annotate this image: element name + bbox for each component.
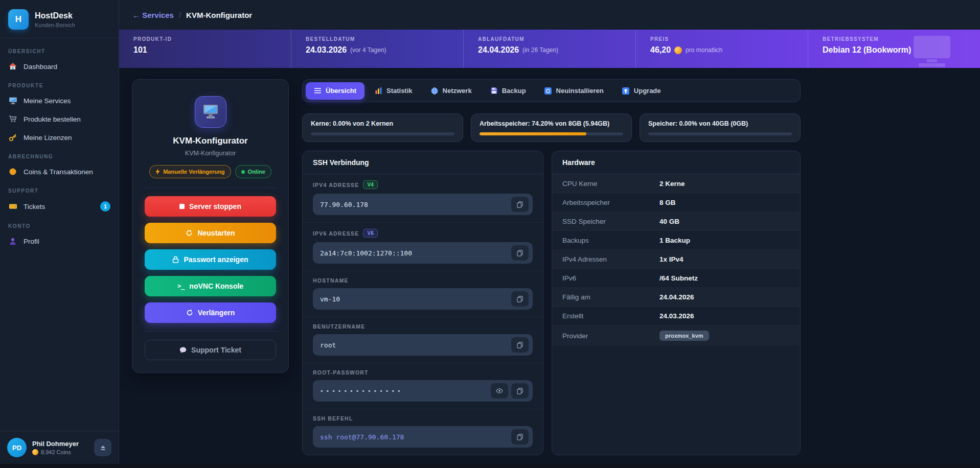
copy-icon [517,434,523,440]
sidebar-item-profil[interactable]: Profil [0,232,119,250]
tickets-count-badge: 1 [100,201,110,212]
sidebar-item-dashboard[interactable]: Dashboard [0,57,119,76]
tab-uebersicht[interactable]: Übersicht [306,82,364,100]
support-ticket-button[interactable]: Support Ticket [145,340,276,360]
restart-icon [186,229,193,237]
resource-ram-bar [480,132,623,135]
sidebar-item-meine-lizenzen[interactable]: Meine Lizenzen [0,128,119,147]
resource-cpu: Kerne: 0.00% von 2 Kernen [302,113,463,142]
copy-button[interactable] [511,383,529,399]
copy-button[interactable] [511,337,529,353]
lightning-icon [155,169,160,175]
copy-button[interactable] [511,245,529,261]
sidebar-footer: PD Phil Dohmeyer 8,942 Coins [0,431,119,464]
tab-statistik[interactable]: Statistik [367,82,421,100]
key-icon [8,133,17,142]
tab-label: Neuinstallieren [556,87,604,95]
tab-neuinstallieren[interactable]: Neuinstallieren [536,82,612,100]
ssh-field-hostname: HOSTNAME vm-10 [303,271,543,317]
server-stop-label: Server stoppen [189,202,241,210]
copy-icon [517,201,523,208]
sidebar-nav: ÜBERSICHT Dashboard PRODUKTE Meine Servi… [0,38,119,250]
stat-label: ABLAUFDATUM [478,36,630,42]
resource-disk-bar [648,132,792,135]
tab-label: Upgrade [634,87,661,95]
resource-disk-label: Speicher: 0.00% von 40GB (0GB) [648,120,792,127]
breadcrumb: ← Services / KVM-Konfigurator [119,0,980,30]
sidebar-item-coins[interactable]: Coins & Transaktionen [0,162,119,181]
ipv6-value: 2a14:7c0:1002:1270::100 [320,249,412,257]
house-icon [8,62,17,71]
password-masked-value: •••••••••••••• [320,388,403,394]
speech-bubble-icon [179,347,187,354]
ssh-field-root-passwort: ROOT-PASSWORT •••••••••••••• [303,363,543,409]
logout-button[interactable] [94,439,111,456]
table-row: IPv4 Adressen 1x IPv4 [552,250,800,269]
sidebar-item-tickets[interactable]: Tickets 1 [0,197,119,216]
stat-value: 24.04.2026 [478,45,519,55]
tab-netzwerk[interactable]: Netzwerk [423,82,480,100]
ssh-panel-title: SSH Verbindung [303,151,543,174]
breadcrumb-back-link[interactable]: ← Services [132,11,174,19]
hardware-panel: Hardware CPU Kerne 2 Kerne Arbeitsspeich… [552,151,801,455]
globe-icon [431,87,439,95]
field-label: IPV6 ADRESSE [313,230,359,237]
hw-label: Fällig am [562,293,659,301]
hw-value: 1 Backup [659,237,690,244]
resource-cpu-bar [311,132,454,135]
stop-icon [179,204,185,209]
field-label: HOSTNAME [313,277,349,284]
stat-note: (vor 4 Tagen) [350,46,386,54]
hostname-value-field: vm-10 [313,288,533,310]
stat-value: Debian 12 (Bookworm) [823,45,911,55]
sidebar-item-produkte-bestellen[interactable]: Produkte bestellen [0,110,119,128]
tab-upgrade[interactable]: Upgrade [614,82,669,100]
provider-pill: proxmox_kvm [659,331,709,341]
ticket-icon [8,202,17,211]
tab-label: Übersicht [326,87,356,95]
renew-button[interactable]: Verlängern [145,302,276,323]
hw-value: /64 Subnetz [659,274,698,282]
hardware-panel-title: Hardware [552,151,800,174]
copy-icon [517,250,523,256]
stat-label: BESTELLDATUM [306,36,458,42]
tab-backup[interactable]: Backup [482,82,534,100]
user-coins: 8,942 Coins [32,449,79,455]
hw-label: Erstellt [562,312,659,320]
v6-badge: V6 [363,229,377,238]
person-icon [8,237,17,246]
show-password-button[interactable]: Passwort anzeigen [145,249,276,270]
field-label: ROOT-PASSWORT [313,369,369,376]
sidebar-item-label: Meine Services [24,97,71,105]
reveal-password-button[interactable] [491,383,508,399]
stat-preis: PREIS 46,20 pro monatlich [635,30,808,68]
ssh-field-ipv6: IPV6 ADRESSE V6 2a14:7c0:1002:1270::100 [303,223,543,271]
table-row: Backups 1 Backup [552,231,800,250]
renew-icon [186,309,193,316]
hw-label: SSD Speicher [562,218,659,225]
sidebar: H HostDesk Kunden-Bereich ÜBERSICHT Dash… [0,0,119,464]
password-value-field: •••••••••••••• [313,380,533,402]
copy-button[interactable] [511,291,529,307]
hostname-value: vm-10 [320,295,340,303]
status-badge-label: Online [248,169,265,175]
resource-cpu-label: Kerne: 0.00% von 2 Kernen [311,120,454,127]
copy-icon [517,296,523,302]
avatar[interactable]: PD [7,438,27,457]
copy-button[interactable] [511,429,529,444]
server-stop-button[interactable]: Server stoppen [145,196,276,217]
service-monitor-icon [195,96,226,128]
tab-label: Backup [502,87,526,95]
copy-button[interactable] [511,197,529,212]
restart-button[interactable]: Neustarten [145,223,276,243]
hw-value: 1x IPv4 [659,255,683,263]
novnc-console-label: noVNC Konsole [189,282,243,290]
table-row: Provider proxmox_kvm [552,325,800,346]
sidebar-item-meine-services[interactable]: Meine Services [0,91,119,110]
novnc-console-button[interactable]: >_ noVNC Konsole [145,276,276,296]
support-ticket-label: Support Ticket [191,346,241,354]
table-row: IPv6 /64 Subnetz [552,269,800,288]
sidebar-item-label: Dashboard [24,63,57,71]
hw-label: Backups [562,237,659,244]
coin-icon [32,449,38,455]
